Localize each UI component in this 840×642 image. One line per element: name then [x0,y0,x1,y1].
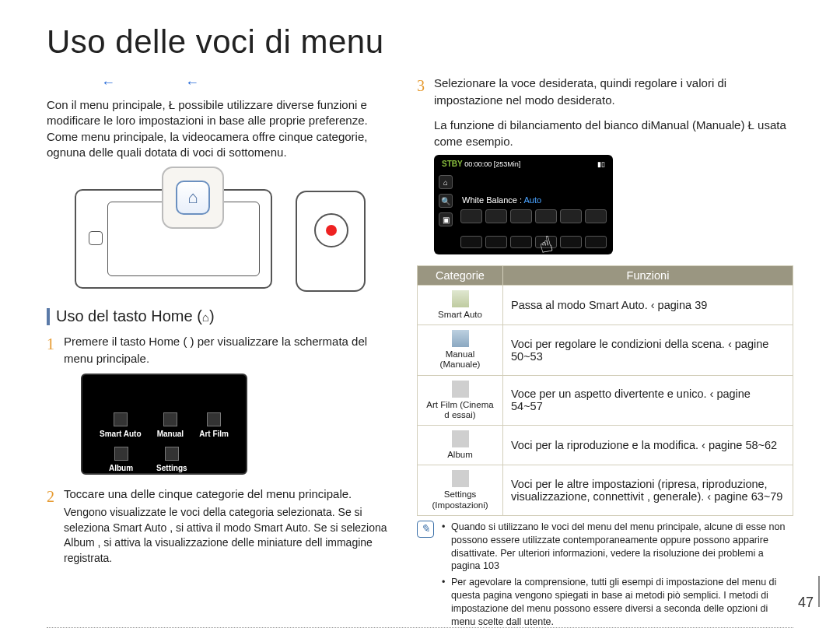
bottom-toolbar-icon [560,236,582,248]
menu-item-settings: Settings [156,447,187,475]
manual-page: Uso delle voci di menu ← ← Con il menu p… [0,0,840,642]
bottom-toolbar-icon [460,236,482,248]
arrow-left-icon: ← [101,75,115,91]
manual-icon [452,330,469,347]
remaining-time: [253Min] [494,160,521,168]
home-icon: ⌂ [176,181,210,215]
steps-list: Premere il tasto Home ( ) per visualizza… [47,333,389,567]
table-row: Settings (Impostazioni) Voci per le altr… [418,465,793,515]
wb-option-icon [560,209,582,223]
table-row: Art Film (Cinema d essai) Voce per un as… [418,375,793,425]
bottom-toolbar-icon [585,236,607,248]
smart-auto-icon [452,290,469,307]
wb-option-icon [585,209,607,223]
page-number-rule [818,576,820,607]
battery-icon: ▮▯ [597,160,605,168]
album-icon [452,430,469,447]
zoom-icon: 🔍 [439,194,453,208]
fun-text: Voci per la riproduzione e la modifica. … [503,426,793,465]
th-categorie: Categorie [418,266,503,286]
intro-text: Con il menu principale, Ł possibile util… [47,97,389,160]
right-column: Selezionare la voce desiderata, quindi r… [417,75,793,632]
cat-label: Art Film (Cinema d essai) [426,400,493,419]
elapsed-time: 00:00:00 [464,160,492,168]
columns: ← ← Con il menu principale, Ł possibile … [47,75,793,632]
section-title-suffix: ) [209,307,215,325]
bottom-toolbar-icon [510,236,532,248]
step-2-subtext: Vengono visualizzate le voci della categ… [64,505,389,566]
step-1: Premere il tasto Home ( ) per visualizza… [47,333,389,475]
section-title: Uso del tasto Home (⌂) [56,307,215,325]
notes-block: ✎ Quando si utilizzano le voci del menu … [417,521,793,632]
home-button-callout: ⌂ [162,167,224,229]
cat-label: Smart Auto [438,310,482,319]
menu-item-manual: Manual [157,412,184,440]
th-funzioni: Funzioni [503,266,793,286]
touch-hand-icon: ☝︎ [536,230,555,258]
menu-item-album: Album [109,447,133,475]
stby-label: STBY [442,160,463,168]
step-3: Selezionare la voce desiderata, quindi r… [417,75,793,109]
home-button-icon [89,231,103,245]
note-icon: ✎ [417,521,434,538]
table-row: Album Voci per la riproduzione e la modi… [418,426,793,465]
home-icon: ⌂ [439,175,453,189]
fun-text: Voce per un aspetto divertente e unico. … [503,375,793,425]
table-row: Manual (Manuale) Voci per regolare le co… [418,325,793,375]
table-row: Smart Auto Passa al modo Smart Auto. ‹ p… [418,286,793,325]
note-text: Quando si utilizzano le voci del menu de… [442,521,793,574]
note-text: Per agevolare la comprensione, tutti gli… [442,576,793,629]
cat-label: Manual (Manuale) [440,349,481,369]
menu-item-artfilm: Art Film [199,412,229,440]
step-2: Toccare una delle cinque categorie del m… [47,486,389,567]
fun-text: Voci per le altre impostazioni (ripresa,… [503,465,793,515]
camcorder-illustration: ⌂ [47,171,389,292]
section-arrows: ← ← [47,75,389,91]
cat-label: Album [447,450,473,459]
step-1-text: Premere il tasto Home ( ) per visualizza… [64,335,367,365]
home-menu-screenshot: Smart Auto Manual Art Film Album Setting… [81,374,247,475]
wb-label: White Balance : Auto [462,195,541,205]
home-icon: ⌂ [202,310,209,324]
left-column: ← ← Con il menu principale, Ł possibile … [47,75,389,632]
art-film-icon [452,381,469,398]
wb-option-icon [460,209,482,223]
wb-option-icon [535,209,557,223]
section-title-text: Uso del tasto Home ( [56,307,202,325]
bottom-rule [47,627,793,628]
page-title: Uso delle voci di menu [47,23,793,61]
step-2-text: Toccare una delle cinque categorie del m… [64,487,352,500]
settings-icon [452,470,469,487]
step-3-subtext: La funzione di bilanciamento del bianco … [417,117,793,151]
section-heading: Uso del tasto Home (⌂) [47,307,389,325]
menu-item-smartauto: Smart Auto [100,412,142,440]
arrow-left-icon: ← [185,75,199,91]
cat-label: Settings (Impostazioni) [432,489,488,509]
playback-icon: ▣ [439,212,453,226]
step-3-text: Selezionare la voce desiderata, quindi r… [434,76,726,107]
wb-option-icon [485,209,507,223]
record-dot-icon [326,225,337,236]
white-balance-screenshot: STBY 00:00:00 [253Min] ▮▯ ⌂ 🔍 ▣ White Ba… [434,155,613,254]
fun-text: Voci per regolare le condizioni della sc… [503,325,793,375]
page-number: 47 [798,595,814,611]
categories-table: Categorie Funzioni Smart Auto Passa al m… [417,265,793,516]
bottom-toolbar-icon [485,236,507,248]
heading-bar-icon [47,308,50,325]
fun-text: Passa al modo Smart Auto. ‹ pagina 39 [503,286,793,325]
wb-option-icon [510,209,532,223]
